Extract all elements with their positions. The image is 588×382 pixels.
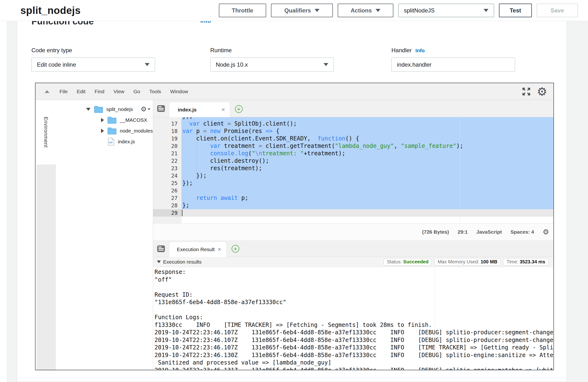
code-entry-type-field: Code entry type Edit code inline (31, 47, 155, 72)
gutter-line-19: 19 (153, 135, 181, 142)
new-tab-button[interactable]: + (235, 105, 243, 113)
execution-badges: Status: SucceededMax Memory Used: 100 MB… (383, 258, 549, 266)
partial-top-line: }); (181, 117, 553, 120)
execution-results-header: Execution results Status: SucceededMax M… (153, 257, 553, 267)
code-entry-type-label: Code entry type (31, 47, 155, 54)
chevron-down-icon (376, 9, 380, 12)
code-editor-area: 17181920212223242526272829 }); var clien… (153, 117, 553, 223)
indent-guide (196, 135, 197, 179)
handler-label: Handler (391, 47, 412, 54)
fullscreen-icon[interactable] (522, 87, 531, 96)
code-line-24[interactable]: }); (181, 172, 553, 179)
language-mode-indicator[interactable]: JavaScript (476, 229, 502, 235)
code-line-27[interactable]: return await p; (181, 194, 553, 202)
tree-item-label: node_modules (120, 128, 153, 134)
log-line-7: Function Logs: (155, 314, 553, 321)
test-event-selected-value: splitNodeJS (404, 7, 435, 14)
function-code-card: Function code Info Code entry type Edit … (17, 21, 567, 382)
code-line-29[interactable] (181, 209, 553, 217)
status-settings-gear-icon[interactable]: ⚙ (543, 228, 549, 236)
menu-window[interactable]: Window (170, 89, 188, 95)
environment-tab[interactable]: Environment (36, 100, 56, 165)
menu-view[interactable]: View (113, 89, 124, 95)
cursor-position-indicator[interactable]: 29:1 (458, 229, 468, 235)
menu-go[interactable]: Go (133, 89, 140, 95)
menu-file[interactable]: File (60, 89, 68, 95)
code-line-28[interactable]: }; (181, 202, 553, 209)
log-line-10: 2019-10-24T22:23:46.107Z 131e865f-6eb4-4… (155, 336, 553, 344)
menu-tools[interactable]: Tools (149, 89, 161, 95)
gutter-line-22: 22 (153, 157, 181, 165)
text-cursor (182, 210, 182, 216)
chevron-down-icon (315, 9, 319, 12)
code-entry-type-select[interactable]: Edit code inline (31, 57, 155, 72)
test-button[interactable]: Test (499, 4, 532, 17)
tab-index-js[interactable]: index.js × (169, 102, 230, 117)
actions-button[interactable]: Actions (338, 4, 393, 17)
tree-root-label: split_nodejs (106, 106, 133, 112)
badge-time: Time: 3523.34 ms (503, 258, 549, 266)
execution-results-title: Execution results (163, 259, 202, 265)
print-margin-line (460, 117, 460, 223)
caret-down-icon[interactable] (86, 108, 90, 111)
log-line-3 (155, 284, 553, 291)
code-line-23[interactable]: res(treatment); (181, 165, 553, 172)
throttle-button[interactable]: Throttle (219, 4, 266, 17)
collapse-menubar-icon[interactable] (45, 90, 49, 93)
log-line-2: "off" (155, 276, 553, 284)
gutter-line-29: 29 (153, 209, 181, 217)
collapse-results-icon[interactable] (157, 261, 161, 263)
code-line-18[interactable]: var p = new Promise(res => { (181, 128, 553, 135)
tab-execution-result[interactable]: Execution Result × (169, 242, 227, 257)
tree-item-index.js[interactable]: <>index.js (56, 136, 153, 147)
code-content[interactable]: }); var client = SplitObj.client();var p… (181, 117, 553, 223)
code-line-21[interactable]: console.log("\ntreatment: "+treatment); (181, 150, 553, 157)
handler-info-link[interactable]: Info (416, 48, 424, 54)
tree-item-node_modules[interactable]: node_modules (56, 125, 153, 136)
caret-right-icon[interactable] (101, 129, 104, 133)
handler-input[interactable]: index.handler (391, 57, 515, 72)
section-heading-text: Function code (31, 21, 94, 25)
log-line-1: Response: (155, 268, 553, 276)
log-line-11: 2019-10-24T22:23:46.107Z 131e865f-6eb4-4… (155, 344, 553, 352)
runtime-select[interactable]: Node.js 10.x (210, 57, 334, 72)
line-number-gutter: 17181920212223242526272829 (153, 117, 181, 223)
indentation-indicator[interactable]: Spaces: 4 (510, 229, 534, 235)
save-button[interactable]: Save (537, 4, 578, 17)
log-print-margin-line (435, 267, 435, 370)
tree-root-split_nodejs[interactable]: split_nodejs⚙ (56, 104, 153, 115)
gutter-line-23: 23 (153, 165, 181, 172)
tab-index-js-label: index.js (178, 107, 197, 113)
code-line-19[interactable]: client.on(client.Event.SDK_READY, functi… (181, 135, 553, 142)
menu-find[interactable]: Find (95, 89, 105, 95)
code-line-20[interactable]: var treatment = client.getTreatment("lam… (181, 142, 553, 150)
menu-edit[interactable]: Edit (77, 89, 85, 95)
gutter-line-18: 18 (153, 128, 181, 135)
tree-settings-gear-icon[interactable]: ⚙ (141, 106, 150, 113)
code-line-25[interactable]: }); (181, 179, 553, 187)
tab-list-icon[interactable] (157, 104, 165, 113)
code-line-17[interactable]: var client = SplitObj.client(); (181, 120, 553, 128)
caret-right-icon[interactable] (101, 118, 104, 122)
chevron-down-icon (145, 63, 149, 66)
editor-menus: FileEditFindViewGoToolsWindow (60, 89, 188, 95)
code-line-22[interactable]: client.destroy(); (181, 157, 553, 165)
tab-list-icon[interactable] (157, 245, 165, 253)
editor-menubar: FileEditFindViewGoToolsWindow ⚙ (36, 83, 553, 100)
close-tab-icon[interactable]: × (217, 246, 221, 253)
cloud9-editor: FileEditFindViewGoToolsWindow ⚙ Environm… (35, 83, 554, 370)
new-tab-button[interactable]: + (231, 245, 239, 253)
qualifiers-button[interactable]: Qualifiers (271, 4, 333, 17)
editor-settings-gear-icon[interactable]: ⚙ (537, 86, 547, 97)
tree-item-__MACOSX[interactable]: __MACOSX (56, 115, 153, 125)
qualifiers-label: Qualifiers (284, 7, 311, 14)
log-line-5: "131e865f-6eb4-4dd8-858e-a37ef13330cc" (155, 299, 553, 306)
code-line-26[interactable] (181, 187, 553, 194)
close-tab-icon[interactable]: × (222, 106, 225, 113)
svg-text:<>: <> (109, 140, 113, 144)
clipped-section-heading: Function code Info (31, 21, 552, 25)
file-size-indicator: (726 Bytes) (422, 229, 449, 235)
editor-status-bar: (726 Bytes) 29:1 JavaScript Spaces: 4 ⚙ (153, 223, 553, 240)
test-event-select[interactable]: splitNodeJS (398, 4, 494, 17)
code-tab-bar: index.js × + (153, 100, 553, 117)
